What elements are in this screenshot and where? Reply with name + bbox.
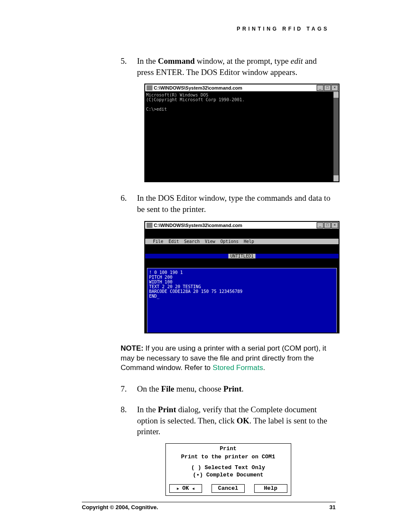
cmd-line: C:\>edit	[146, 107, 167, 112]
text-fragment: .	[242, 384, 244, 393]
edit-line: BARCODE CODE128A 20 150 75 123456789	[149, 289, 243, 294]
edit-window-body: File Edit Search View Options Help UNTIT…	[145, 229, 339, 333]
text-bold-ok: OK	[237, 416, 249, 425]
edit-window-titlebar[interactable]: C:\WINDOWS\System32\command.com _ □ ×	[145, 222, 339, 229]
cmd-icon	[146, 85, 153, 90]
text-bold-command: Command	[158, 56, 195, 65]
step-6-text: In the DOS Editor window, type the comma…	[137, 193, 336, 215]
print-dialog-title: Print	[166, 444, 291, 453]
ok-button[interactable]: ▸ OK ◂	[169, 484, 202, 493]
edit-line: PITCH 200	[149, 275, 172, 280]
page-header: PRINTING RFID TAGS	[0, 26, 411, 32]
text-fragment: On the	[137, 384, 161, 393]
scrollbar[interactable]	[333, 92, 339, 181]
maximize-button[interactable]: □	[324, 85, 331, 91]
text-bold-print: Print	[158, 405, 176, 414]
cmd-icon	[146, 223, 153, 228]
minimize-button[interactable]: _	[317, 222, 324, 228]
edit-title-banner: UNTITLED1	[145, 254, 339, 258]
note-end: .	[263, 364, 265, 372]
cmd-window-title: C:\WINDOWS\System32\command.com	[154, 85, 317, 90]
print-dialog: Print Print to the printer on COM1 ( ) S…	[165, 443, 291, 496]
text-fragment: menu, choose	[174, 384, 224, 393]
maximize-button[interactable]: □	[324, 222, 331, 228]
step-8-number: 8.	[121, 404, 137, 415]
step-7-number: 7.	[121, 383, 137, 395]
triangle-right-icon: ▸	[176, 485, 180, 492]
help-button[interactable]: Help	[254, 484, 287, 493]
edit-line: WIDTH 100	[149, 280, 172, 284]
step-5-text: In the Command window, at the prompt, ty…	[137, 56, 336, 78]
cmd-line: Microsoft(R) Windows DOS	[146, 93, 209, 97]
page-footer: Copyright © 2004, Cognitive. 31	[82, 502, 336, 510]
text-fragment: In the	[137, 405, 158, 414]
step-5-number: 5.	[121, 56, 137, 67]
close-button[interactable]: ×	[331, 222, 338, 228]
edit-line: TEXT 2 20 20 TESTING	[149, 284, 201, 289]
text-fragment: window, at the prompt, type	[195, 56, 291, 65]
close-button[interactable]: ×	[331, 85, 338, 91]
footer-copyright: Copyright © 2004, Cognitive.	[82, 504, 158, 510]
screenshot-dos-editor: C:\WINDOWS\System32\command.com _ □ × Fi…	[121, 221, 336, 333]
text-fragment: In the	[137, 56, 158, 65]
note-block: NOTE: If you are using a printer with a …	[121, 344, 336, 373]
step-7: 7. On the File menu, choose Print.	[121, 383, 336, 395]
cancel-button[interactable]: Cancel	[212, 484, 245, 493]
main-content: 5. In the Command window, at the prompt,…	[121, 56, 336, 496]
cmd-line: (C)Copyright Microsoft Corp 1990-2001.	[146, 97, 245, 102]
step-8: 8. In the Print dialog, verify that the …	[121, 404, 336, 437]
step-6: 6. In the DOS Editor window, type the co…	[121, 193, 336, 215]
cmd-window-titlebar[interactable]: C:\WINDOWS\System32\command.com _ □ ×	[145, 84, 339, 92]
footer-page-number: 31	[330, 504, 336, 510]
cmd-window-body[interactable]: Microsoft(R) Windows DOS (C)Copyright Mi…	[145, 92, 339, 181]
step-7-text: On the File menu, choose Print.	[137, 383, 336, 395]
edit-window-title: C:\WINDOWS\System32\command.com	[154, 223, 317, 228]
note-label: NOTE:	[121, 344, 143, 352]
minimize-button[interactable]: _	[317, 85, 324, 91]
edit-menu-bar[interactable]: File Edit Search View Options Help	[145, 239, 339, 244]
edit-line: END_	[149, 294, 159, 299]
ok-label: OK	[182, 485, 189, 492]
step-8-text: In the Print dialog, verify that the Com…	[137, 404, 336, 437]
link-stored-formats[interactable]: Stored Formats	[213, 364, 263, 372]
radio-selected-text-only[interactable]: ( ) Selected Text Only	[166, 464, 291, 472]
edit-filename: UNTITLED1	[228, 254, 255, 258]
text-bold-print: Print	[224, 384, 242, 393]
radio-complete-document[interactable]: (•) Complete Document	[166, 472, 291, 479]
edit-line: ! 0 100 190 1	[149, 270, 183, 275]
triangle-left-icon: ◂	[192, 485, 195, 492]
edit-text-area[interactable]: ! 0 100 190 1 PITCH 200 WIDTH 100 TEXT 2…	[147, 268, 337, 333]
text-bold-file: File	[161, 384, 174, 393]
screenshot-command-window: C:\WINDOWS\System32\command.com _ □ × Mi…	[121, 84, 336, 182]
step-5: 5. In the Command window, at the prompt,…	[121, 56, 336, 78]
print-dialog-subtitle: Print to the printer on COM1	[166, 453, 291, 464]
text-italic-edit: edit	[291, 56, 303, 65]
step-6-number: 6.	[121, 193, 137, 204]
